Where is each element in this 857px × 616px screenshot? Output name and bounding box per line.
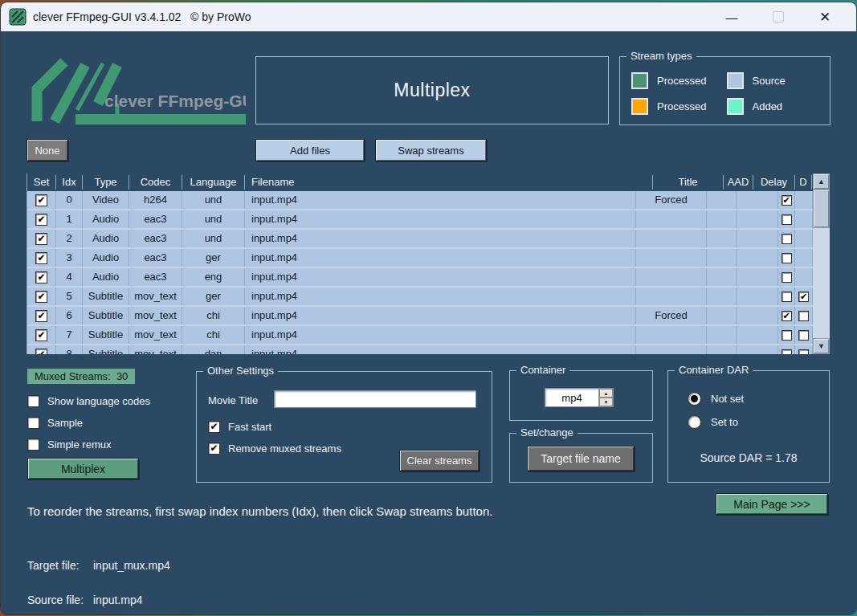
cell-d[interactable] xyxy=(778,230,795,247)
cell-codec: mov_text xyxy=(129,307,182,324)
column-header-type[interactable]: Type xyxy=(83,175,129,190)
cell-set[interactable] xyxy=(27,249,56,267)
row-checkbox[interactable] xyxy=(782,311,792,321)
cell-f[interactable] xyxy=(795,230,813,247)
main-page-button[interactable]: Main Page >>> xyxy=(716,493,828,515)
radio-button[interactable] xyxy=(688,415,701,429)
row-checkbox[interactable] xyxy=(782,272,792,283)
cell-set[interactable] xyxy=(27,326,56,344)
cell-set[interactable] xyxy=(27,345,56,354)
checkbox[interactable] xyxy=(208,421,220,433)
radio-button[interactable] xyxy=(688,392,701,406)
cell-d[interactable] xyxy=(778,307,795,324)
cell-d[interactable] xyxy=(778,288,795,305)
table-row[interactable]: 4Audioeac3enginput.mp4 xyxy=(27,268,813,288)
column-header-set[interactable]: Set xyxy=(27,175,56,190)
row-checkbox[interactable] xyxy=(782,214,792,225)
column-header-delay[interactable]: Delay xyxy=(753,175,795,190)
row-checkbox[interactable] xyxy=(782,234,792,244)
column-header-title[interactable]: Title xyxy=(653,175,724,190)
scroll-down-icon[interactable]: ▼ xyxy=(813,338,830,354)
scroll-up-icon[interactable]: ▲ xyxy=(813,173,830,190)
table-row[interactable]: 3Audioeac3gerinput.mp4 xyxy=(27,249,813,268)
maximize-button[interactable] xyxy=(755,2,802,31)
checkbox[interactable] xyxy=(27,417,39,429)
cell-d[interactable] xyxy=(778,210,795,228)
row-checkbox[interactable] xyxy=(798,311,809,321)
cell-title xyxy=(636,326,707,344)
row-checkbox[interactable] xyxy=(35,194,47,206)
swap-streams-button[interactable]: Swap streams xyxy=(375,139,487,161)
row-checkbox[interactable] xyxy=(35,252,47,264)
cell-f[interactable] xyxy=(795,210,813,228)
cell-f[interactable] xyxy=(795,191,813,209)
cell-d[interactable] xyxy=(778,268,795,286)
column-header-aad[interactable]: AAD xyxy=(724,175,753,190)
table-row[interactable]: 6Subtitlemov_textchiinput.mp4Forced xyxy=(27,307,813,326)
spinner-up-icon[interactable]: ▲ xyxy=(599,389,613,398)
row-checkbox[interactable] xyxy=(798,292,809,302)
cell-f[interactable] xyxy=(795,326,813,344)
table-row[interactable]: 0Videoh264undinput.mp4Forced xyxy=(27,191,813,210)
cell-set[interactable] xyxy=(27,210,56,228)
scrollbar-thumb[interactable] xyxy=(813,190,830,228)
column-header-language[interactable]: Language xyxy=(182,175,245,190)
target-file-name-button[interactable]: Target file name xyxy=(527,446,635,471)
table-row[interactable]: 8Subtitlemov_textdaninput.mp4 xyxy=(27,345,813,354)
table-row[interactable]: 7Subtitlemov_textchiinput.mp4 xyxy=(27,326,813,345)
movie-title-input[interactable] xyxy=(274,390,476,408)
muxed-streams-text: Muxed Streams: xyxy=(35,370,111,382)
cell-set[interactable] xyxy=(27,268,56,286)
cell-d[interactable] xyxy=(778,326,795,344)
row-checkbox[interactable] xyxy=(35,271,47,284)
column-header-codec[interactable]: Codec xyxy=(129,175,182,190)
row-checkbox[interactable] xyxy=(782,195,792,206)
row-checkbox[interactable] xyxy=(35,233,47,245)
spinner-down-icon[interactable]: ▼ xyxy=(599,398,613,406)
cell-d[interactable] xyxy=(778,191,795,209)
row-checkbox[interactable] xyxy=(35,291,47,303)
clear-streams-button[interactable]: Clear streams xyxy=(399,450,480,471)
row-checkbox[interactable] xyxy=(35,214,47,226)
table-row[interactable]: 1Audioeac3undinput.mp4 xyxy=(27,210,813,230)
container-spinner[interactable]: mp4 ▲ ▼ xyxy=(545,388,614,407)
add-files-button[interactable]: Add files xyxy=(255,139,365,161)
column-header-d[interactable]: D xyxy=(795,175,812,190)
cell-set[interactable] xyxy=(27,230,56,247)
cell-f[interactable] xyxy=(795,345,813,354)
cell-filename: input.mp4 xyxy=(245,230,636,247)
cell-f[interactable] xyxy=(795,288,813,305)
column-header-filename[interactable]: Filename xyxy=(245,175,653,190)
row-checkbox[interactable] xyxy=(782,253,792,263)
close-button[interactable]: ✕ xyxy=(802,2,848,31)
vertical-scrollbar[interactable]: ▲ ▼ xyxy=(813,173,830,354)
table-row[interactable]: 5Subtitlemov_textgerinput.mp4 xyxy=(27,288,813,307)
cell-type: Subtitle xyxy=(83,288,129,305)
row-checkbox[interactable] xyxy=(798,349,809,355)
cell-set[interactable] xyxy=(27,307,56,324)
cell-f[interactable] xyxy=(795,249,813,267)
cell-d[interactable] xyxy=(778,345,795,354)
multiplex-button[interactable]: Multiplex xyxy=(27,458,139,479)
row-checkbox[interactable] xyxy=(798,330,809,341)
minimize-button[interactable]: — xyxy=(708,2,755,31)
cell-set[interactable] xyxy=(27,191,56,209)
table-row[interactable]: 2Audioeac3undinput.mp4 xyxy=(27,230,813,249)
row-checkbox[interactable] xyxy=(782,349,792,355)
row-checkbox[interactable] xyxy=(35,310,47,322)
none-button[interactable]: None xyxy=(27,139,68,161)
row-checkbox[interactable] xyxy=(35,329,47,341)
checkbox[interactable] xyxy=(208,443,220,455)
cell-set[interactable] xyxy=(27,288,56,305)
checkbox[interactable] xyxy=(27,395,39,407)
cell-f[interactable] xyxy=(795,307,813,324)
row-checkbox[interactable] xyxy=(782,330,792,341)
cell-idx: 5 xyxy=(56,288,83,305)
cell-d[interactable] xyxy=(778,249,795,267)
row-checkbox[interactable] xyxy=(782,292,792,302)
checkbox[interactable] xyxy=(27,439,39,451)
column-header-idx[interactable]: Idx xyxy=(56,175,83,190)
cell-language: eng xyxy=(182,268,245,286)
cell-f[interactable] xyxy=(795,268,813,286)
row-checkbox[interactable] xyxy=(35,349,47,355)
